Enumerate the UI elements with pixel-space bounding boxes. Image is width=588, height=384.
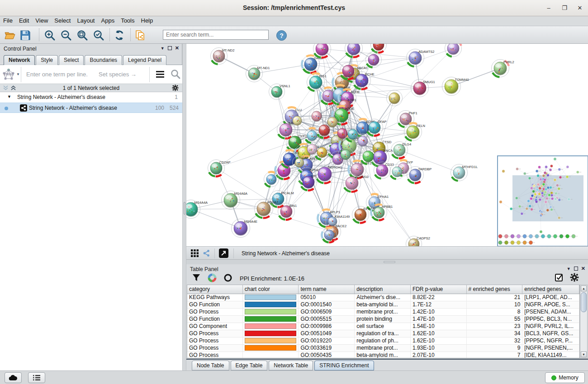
select-rows-icon[interactable] <box>555 273 564 284</box>
splitter-handle[interactable] <box>184 202 185 215</box>
birdseye-toggle-icon[interactable] <box>191 249 199 258</box>
table-row[interactable]: GO ProcessGO:0051049regulation of tra...… <box>187 330 579 337</box>
table-row[interactable]: GO ProcessGO:0033619membrane prot...1.93… <box>187 345 579 352</box>
tab-network-table[interactable]: Network Table <box>269 361 313 370</box>
collapse-triangle-icon[interactable]: ▼ <box>7 94 11 99</box>
table-row[interactable]: GO ProcessGO:0019220regulation of ph...1… <box>187 337 579 345</box>
graph-node[interactable]: MS4A6A <box>222 191 248 210</box>
string-query-input[interactable]: Enter one term per line. <box>26 71 88 78</box>
memory-button[interactable]: Memory <box>545 372 585 383</box>
graph-node[interactable] <box>340 63 357 80</box>
splitter-handle[interactable] <box>384 261 395 263</box>
panel-menu-icon[interactable]: ▼ <box>567 267 571 271</box>
string-search-icon[interactable] <box>170 69 181 81</box>
clone-network-icon[interactable] <box>134 29 147 42</box>
float-panel-icon[interactable] <box>168 46 172 50</box>
graph-node[interactable]: BIN1 <box>278 203 297 220</box>
graph-node[interactable] <box>366 52 382 68</box>
graph-node[interactable]: MTHFD1L <box>451 164 478 181</box>
species-hint[interactable]: Set species → <box>99 71 137 78</box>
column-header[interactable]: FDR p-value <box>411 285 467 294</box>
menu-help[interactable]: Help <box>138 16 156 24</box>
menu-tools[interactable]: Tools <box>118 16 138 24</box>
graph-node[interactable] <box>345 44 363 57</box>
graph-node[interactable]: MT-ND1 <box>246 66 270 82</box>
network-options-gear-icon[interactable] <box>172 84 179 93</box>
zoom-in-icon[interactable] <box>43 29 56 42</box>
float-panel-icon[interactable] <box>574 267 578 271</box>
graph-node[interactable]: PHF1 <box>398 111 417 127</box>
network-graph[interactable]: MT-ND2MT-ND1VSNL1GAB2IRS1CHATABCA1BCHEIL… <box>186 44 588 246</box>
string-menu-icon[interactable] <box>155 69 166 81</box>
tab-string-enrichment[interactable]: STRING Enrichment <box>314 361 374 370</box>
scroll-up-icon[interactable]: ▲ <box>581 286 587 291</box>
cloud-tasks-button[interactable] <box>5 372 22 383</box>
save-session-icon[interactable] <box>19 29 32 42</box>
graph-node[interactable]: PVRL2 <box>492 60 514 77</box>
table-row[interactable]: GO ProcessGO:0006509membrane prot...1.42… <box>187 309 579 316</box>
table-row[interactable]: GO FunctionGO:0005515protein binding1.47… <box>187 316 579 323</box>
minimize-button[interactable]: – <box>544 4 554 13</box>
network-row-selected[interactable]: String Network - Alzheimer's disease 100… <box>0 103 182 113</box>
filter-icon[interactable] <box>192 273 201 284</box>
pie-chart-icon[interactable] <box>208 273 217 284</box>
graph-node[interactable] <box>387 90 403 106</box>
table-row[interactable]: GO FunctionGO:0001540beta-amyloid bi...1… <box>187 301 579 309</box>
zoom-fit-icon[interactable] <box>76 29 89 42</box>
zoom-out-icon[interactable] <box>60 29 72 42</box>
column-header[interactable]: enriched genes <box>522 285 579 294</box>
help-icon[interactable]: ? <box>275 29 288 42</box>
open-in-string-icon[interactable] <box>219 248 228 259</box>
scroll-down-icon[interactable]: ▼ <box>581 351 587 357</box>
table-row[interactable]: GO ProcessGO:0050435beta-amyloid m...2.0… <box>187 352 579 358</box>
table-settings-gear-icon[interactable] <box>570 273 579 284</box>
graph-node[interactable] <box>313 44 331 58</box>
close-panel-icon[interactable]: ✕ <box>175 45 179 51</box>
table-scrollbar[interactable]: ▲ ▼ <box>580 285 588 358</box>
ring-chart-icon[interactable] <box>223 273 232 284</box>
task-list-button[interactable] <box>28 372 45 383</box>
column-header[interactable]: description <box>355 285 411 294</box>
table-row[interactable]: KEGG Pathways05010Alzheimer's dise...8.8… <box>187 294 579 301</box>
graph-node[interactable]: TOMM40 <box>442 77 469 96</box>
graph-node[interactable] <box>360 149 376 164</box>
string-logo-icon[interactable]: STRING <box>2 68 15 83</box>
tab-boundaries[interactable]: Boundaries <box>85 55 122 65</box>
tab-select[interactable]: Select <box>59 55 84 65</box>
menu-file[interactable]: File <box>0 16 16 24</box>
graph-node[interactable] <box>371 44 387 53</box>
graph-node[interactable]: VSNL1 <box>269 84 290 100</box>
tab-style[interactable]: Style <box>36 55 58 65</box>
menu-edit[interactable]: Edit <box>16 16 32 24</box>
graph-node[interactable]: CD2AP <box>208 160 231 177</box>
graph-node[interactable]: MS4A4E <box>232 219 258 238</box>
menu-apps[interactable]: Apps <box>98 16 118 24</box>
column-header[interactable]: term name <box>299 285 355 294</box>
share-network-icon[interactable] <box>203 249 210 258</box>
menu-select[interactable]: Select <box>51 16 74 24</box>
tab-network[interactable]: Network <box>4 55 35 65</box>
graph-node[interactable] <box>264 172 279 187</box>
tab-node-table[interactable]: Node Table <box>192 361 229 370</box>
column-header[interactable]: # enriched genes <box>467 285 523 294</box>
graph-node[interactable]: ADAMTS2 <box>407 49 435 67</box>
tab-edge-table[interactable]: Edge Table <box>231 361 268 370</box>
refresh-icon[interactable] <box>113 29 126 42</box>
search-input[interactable] <box>163 30 269 40</box>
graph-node[interactable]: DLG4 <box>391 142 412 159</box>
network-collection-row[interactable]: ▼ String Network - Alzheimer's disease 1 <box>0 92 182 103</box>
menu-layout[interactable]: Layout <box>74 16 98 24</box>
graph-node[interactable]: SMUG1 <box>411 80 435 97</box>
column-header[interactable]: category <box>187 285 243 294</box>
close-button[interactable]: ✕ <box>575 4 585 13</box>
graph-node[interactable]: TARDBP <box>407 167 432 183</box>
vertical-splitter[interactable] <box>182 44 186 370</box>
zoom-selected-icon[interactable] <box>92 29 105 42</box>
close-panel-icon[interactable]: ✕ <box>581 266 585 272</box>
panel-menu-icon[interactable]: ▼ <box>161 46 165 51</box>
maximize-button[interactable]: ❐ <box>560 4 569 13</box>
column-header[interactable]: chart color <box>243 285 299 294</box>
horizontal-splitter[interactable] <box>186 260 588 264</box>
graph-node[interactable]: RELN <box>404 123 426 140</box>
birdseye-panel[interactable] <box>498 156 588 246</box>
